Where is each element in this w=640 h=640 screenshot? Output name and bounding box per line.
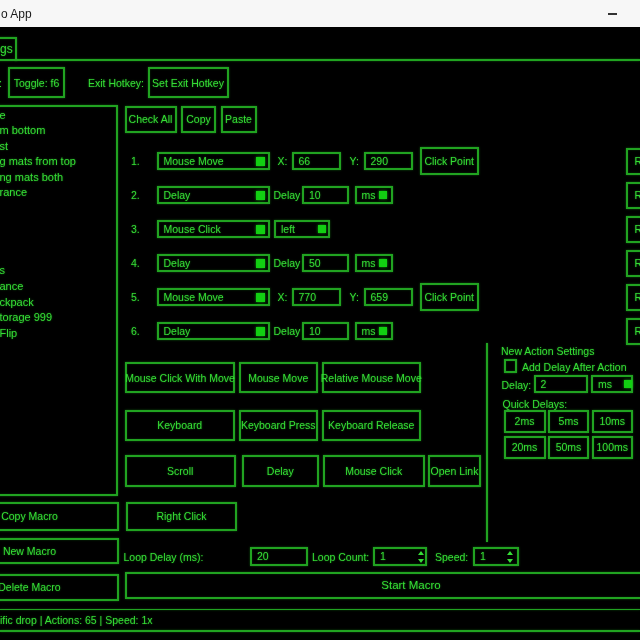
remove-action-button[interactable]: R <box>626 216 640 243</box>
delay-button[interactable]: Delay <box>242 455 320 487</box>
macro-list-item[interactable]: s <box>0 263 116 279</box>
delay-unit-dropdown-icon <box>379 259 387 267</box>
click-point-button[interactable]: Click Point <box>420 147 479 175</box>
window-title: o App <box>1 7 32 21</box>
action-type-dropdown[interactable]: Delay <box>157 186 271 204</box>
macro-list-item[interactable]: ng mats both <box>0 170 116 186</box>
action-row-number: 5. <box>131 290 140 304</box>
relative-mouse-move-button[interactable]: Relative Mouse Move <box>322 362 422 393</box>
x-input[interactable]: 66 <box>292 152 341 171</box>
delay-unit-dropdown[interactable]: ms <box>355 186 393 205</box>
status-bar-text: ific drop | Actions: 65 | Speed: 1x <box>0 613 153 627</box>
check-all-button[interactable]: Check All <box>125 106 177 133</box>
delay-unit-dropdown-icon <box>379 191 387 199</box>
delay-label: Delay <box>274 324 301 338</box>
speed-down-arrow[interactable] <box>507 559 513 563</box>
loop-count-label: Loop Count: <box>312 550 369 564</box>
macro-list-item[interactable] <box>0 232 116 248</box>
delete-macro-button[interactable]: Delete Macro <box>0 574 119 601</box>
keyboard-button[interactable]: Keyboard <box>125 410 236 442</box>
remove-action-button[interactable]: R <box>626 250 640 277</box>
delay-unit-dropdown[interactable]: ms <box>355 254 393 273</box>
speed-spinner[interactable]: 1 <box>473 547 519 566</box>
quick-delay-50ms-button[interactable]: 50ms <box>548 436 589 460</box>
macro-list[interactable]: em bottomstg mats from topng mats bothra… <box>0 105 118 497</box>
quick-delay-100ms-button[interactable]: 100ms <box>592 436 634 460</box>
toggle-hotkey-button[interactable]: Toggle: f6 <box>8 67 65 98</box>
start-macro-button[interactable]: Start Macro <box>125 572 640 599</box>
action-type-dropdown-icon <box>256 327 265 336</box>
quick-delay-10ms-button[interactable]: 10ms <box>592 410 634 434</box>
keyboard-press-button[interactable]: Keyboard Press <box>239 410 318 442</box>
action-type-dropdown[interactable]: Delay <box>157 322 271 340</box>
x-input[interactable]: 770 <box>292 288 341 307</box>
macro-list-item[interactable] <box>0 217 116 233</box>
action-type-dropdown[interactable]: Delay <box>157 254 271 272</box>
loop-count-spinner[interactable]: 1 <box>373 547 427 566</box>
y-input[interactable]: 290 <box>364 152 413 171</box>
quick-delay-5ms-button[interactable]: 5ms <box>548 410 589 434</box>
action-row-number: 4. <box>131 256 140 270</box>
mouse-move-button[interactable]: Mouse Move <box>239 362 318 393</box>
action-type-dropdown-icon <box>256 225 265 234</box>
quick-delay-20ms-button[interactable]: 20ms <box>504 436 546 460</box>
macro-list-item[interactable]: Flip <box>0 326 116 342</box>
y-input[interactable]: 659 <box>364 288 413 307</box>
loop-count-down-arrow[interactable] <box>418 559 424 563</box>
mouse-click-button[interactable]: Mouse Click <box>323 455 425 487</box>
delay-unit-dropdown[interactable]: ms <box>355 322 393 341</box>
copy-macro-button[interactable]: Copy Macro <box>0 502 119 531</box>
delay-input[interactable]: 10 <box>302 186 349 205</box>
minimize-icon[interactable] <box>608 13 617 15</box>
macro-list-item[interactable]: rance <box>0 185 116 201</box>
macro-list-item[interactable]: torage 999 <box>0 310 116 326</box>
scroll-button[interactable]: Scroll <box>125 455 237 487</box>
new-delay-label: Delay: <box>502 378 532 392</box>
quick-delays-label: Quick Delays: <box>503 397 568 411</box>
open-link-button[interactable]: Open Link <box>428 455 481 487</box>
macro-list-item[interactable]: st <box>0 139 116 155</box>
copy-button[interactable]: Copy <box>181 106 216 133</box>
action-row-number: 1. <box>131 154 140 168</box>
action-type-dropdown-icon <box>256 293 265 302</box>
set-exit-hotkey-button[interactable]: Set Exit Hotkey <box>148 67 229 98</box>
y-label: Y: <box>350 154 359 168</box>
delay-input[interactable]: 10 <box>302 322 349 341</box>
action-row-number: 3. <box>131 222 140 236</box>
macro-list-item[interactable]: ance <box>0 279 116 295</box>
status-bar-top-border <box>0 609 640 611</box>
action-type-dropdown[interactable]: Mouse Move <box>157 152 271 170</box>
quick-delay-2ms-button[interactable]: 2ms <box>504 410 546 434</box>
add-delay-checkbox[interactable] <box>504 359 517 373</box>
add-delay-checkbox-label: Add Delay After Action <box>522 360 626 374</box>
action-type-dropdown[interactable]: Mouse Click <box>157 220 271 238</box>
tab-strip-underline <box>15 59 640 61</box>
remove-action-button[interactable]: R <box>626 284 640 311</box>
delay-input[interactable]: 50 <box>302 254 349 273</box>
action-type-dropdown-icon <box>256 259 265 268</box>
right-click-button[interactable]: Right Click <box>126 502 237 532</box>
delay-label: Delay <box>274 188 301 202</box>
loop-delay-input[interactable]: 20 <box>250 547 308 566</box>
toggle-hotkey-label: : <box>0 76 2 90</box>
macro-list-item[interactable]: g mats from top <box>0 154 116 170</box>
macro-list-item[interactable] <box>0 248 116 264</box>
new-macro-button[interactable]: New Macro <box>0 538 119 564</box>
remove-action-button[interactable]: R <box>626 148 640 175</box>
keyboard-release-button[interactable]: Keyboard Release <box>322 410 422 442</box>
loop-delay-label: Loop Delay (ms): <box>124 550 204 564</box>
macro-list-item[interactable]: e <box>0 108 116 124</box>
status-bar-bottom-border <box>0 630 640 632</box>
paste-button[interactable]: Paste <box>221 106 257 133</box>
macro-list-item[interactable] <box>0 201 116 217</box>
new-delay-input[interactable]: 2 <box>534 375 589 393</box>
remove-action-button[interactable]: R <box>626 182 640 209</box>
remove-action-button[interactable]: R <box>626 318 640 345</box>
action-type-dropdown[interactable]: Mouse Move <box>157 288 271 306</box>
macro-list-item[interactable]: ckpack <box>0 295 116 311</box>
speed-up-arrow[interactable] <box>507 551 513 555</box>
click-point-button[interactable]: Click Point <box>420 283 479 311</box>
macro-list-item[interactable]: m bottom <box>0 123 116 139</box>
loop-count-up-arrow[interactable] <box>418 551 424 555</box>
mouse-click-with-move-button[interactable]: Mouse Click With Move <box>125 362 235 393</box>
